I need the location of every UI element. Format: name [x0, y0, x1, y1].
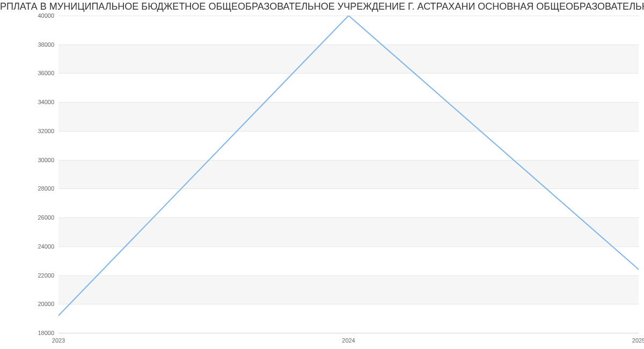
y-tick-label: 26000 [38, 214, 58, 221]
x-tick-label: 2024 [342, 333, 355, 344]
y-tick-label: 20000 [38, 301, 58, 307]
x-tick-label: 2023 [52, 333, 65, 344]
y-tick-label: 40000 [38, 12, 58, 19]
y-tick-label: 38000 [38, 41, 58, 48]
data-line [58, 16, 639, 316]
y-tick-label: 32000 [38, 128, 58, 134]
y-tick-label: 36000 [38, 70, 58, 76]
x-tick-label: 2025 [632, 333, 644, 344]
chart-container: РПЛАТА В МУНИЦИПАЛЬНОЕ БЮДЖЕТНОЕ ОБЩЕОБР… [0, 0, 644, 349]
y-tick-label: 30000 [38, 157, 58, 163]
line-canvas [58, 16, 639, 333]
plot-area: 1800020000220002400026000280003000032000… [58, 16, 639, 333]
chart-title: РПЛАТА В МУНИЦИПАЛЬНОЕ БЮДЖЕТНОЕ ОБЩЕОБР… [0, 1, 644, 12]
y-tick-label: 22000 [38, 272, 58, 279]
y-tick-label: 28000 [38, 185, 58, 192]
y-tick-label: 34000 [38, 99, 58, 105]
y-tick-label: 24000 [38, 243, 58, 250]
